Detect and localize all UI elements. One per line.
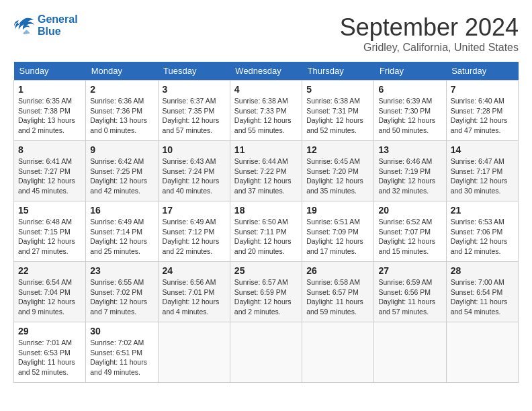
calendar-cell: 10Sunrise: 6:43 AMSunset: 7:24 PMDayligh… [158,141,230,201]
calendar-cell: 12Sunrise: 6:45 AMSunset: 7:20 PMDayligh… [302,141,374,201]
logo-text: General Blue [38,13,78,38]
day-info: Sunrise: 6:47 AMSunset: 7:17 PMDaylight:… [451,156,514,196]
day-info: Sunrise: 6:51 AMSunset: 7:09 PMDaylight:… [306,217,369,257]
calendar-cell [302,322,374,383]
day-number: 2 [90,84,153,95]
calendar-week-row: 29Sunrise: 7:01 AMSunset: 6:53 PMDayligh… [14,322,519,383]
calendar-cell [374,322,446,383]
calendar-cell [230,322,302,383]
day-number: 14 [451,144,514,155]
calendar-cell: 5Sunrise: 6:38 AMSunset: 7:31 PMDaylight… [302,81,374,141]
day-info: Sunrise: 6:56 AMSunset: 7:01 PMDaylight:… [163,277,226,317]
day-number: 25 [234,265,298,276]
day-number: 9 [90,144,153,155]
calendar-cell: 19Sunrise: 6:51 AMSunset: 7:09 PMDayligh… [302,201,374,262]
calendar-cell: 2Sunrise: 6:36 AMSunset: 7:36 PMDaylight… [86,81,158,141]
day-number: 20 [378,205,441,216]
calendar-cell: 14Sunrise: 6:47 AMSunset: 7:17 PMDayligh… [446,141,518,201]
day-info: Sunrise: 6:38 AMSunset: 7:33 PMDaylight:… [234,96,298,136]
day-info: Sunrise: 7:02 AMSunset: 6:51 PMDaylight:… [90,338,153,377]
calendar-cell: 3Sunrise: 6:37 AMSunset: 7:35 PMDaylight… [158,81,230,141]
weekday-header-wednesday: Wednesday [230,62,302,81]
calendar-cell: 11Sunrise: 6:44 AMSunset: 7:22 PMDayligh… [230,141,302,201]
day-info: Sunrise: 6:38 AMSunset: 7:31 PMDaylight:… [306,96,369,136]
day-number: 18 [234,205,298,216]
calendar-week-row: 8Sunrise: 6:41 AMSunset: 7:27 PMDaylight… [14,141,519,201]
day-info: Sunrise: 6:58 AMSunset: 6:57 PMDaylight:… [306,277,369,317]
day-info: Sunrise: 6:37 AMSunset: 7:35 PMDaylight:… [163,96,226,136]
day-number: 27 [378,265,441,276]
day-number: 30 [90,326,153,336]
day-info: Sunrise: 6:55 AMSunset: 7:02 PMDaylight:… [90,277,153,317]
calendar-cell: 22Sunrise: 6:54 AMSunset: 7:04 PMDayligh… [14,262,86,322]
calendar-week-row: 22Sunrise: 6:54 AMSunset: 7:04 PMDayligh… [14,262,519,322]
day-info: Sunrise: 6:49 AMSunset: 7:12 PMDaylight:… [163,217,226,257]
calendar-cell: 17Sunrise: 6:49 AMSunset: 7:12 PMDayligh… [158,201,230,262]
calendar-cell: 28Sunrise: 7:00 AMSunset: 6:54 PMDayligh… [446,262,518,322]
day-info: Sunrise: 6:45 AMSunset: 7:20 PMDaylight:… [306,156,369,196]
calendar-cell: 4Sunrise: 6:38 AMSunset: 7:33 PMDaylight… [230,81,302,141]
day-info: Sunrise: 6:46 AMSunset: 7:19 PMDaylight:… [378,156,441,196]
day-info: Sunrise: 6:50 AMSunset: 7:11 PMDaylight:… [234,217,298,257]
day-number: 12 [306,144,369,155]
subtitle: Gridley, California, United States [340,42,519,54]
weekday-header-monday: Monday [86,62,158,81]
calendar-cell: 30Sunrise: 7:02 AMSunset: 6:51 PMDayligh… [86,322,158,383]
day-info: Sunrise: 6:53 AMSunset: 7:06 PMDaylight:… [451,217,514,257]
day-info: Sunrise: 6:57 AMSunset: 6:59 PMDaylight:… [234,277,298,317]
weekday-header-tuesday: Tuesday [158,62,230,81]
day-info: Sunrise: 6:35 AMSunset: 7:38 PMDaylight:… [18,96,81,136]
calendar-cell: 13Sunrise: 6:46 AMSunset: 7:19 PMDayligh… [374,141,446,201]
calendar-cell: 23Sunrise: 6:55 AMSunset: 7:02 PMDayligh… [86,262,158,322]
calendar-cell: 27Sunrise: 6:59 AMSunset: 6:56 PMDayligh… [374,262,446,322]
day-info: Sunrise: 6:36 AMSunset: 7:36 PMDaylight:… [90,96,153,136]
weekday-header-saturday: Saturday [446,62,518,81]
day-info: Sunrise: 7:00 AMSunset: 6:54 PMDaylight:… [451,277,514,317]
weekday-header-sunday: Sunday [14,62,86,81]
day-number: 8 [18,144,81,155]
day-number: 17 [163,205,226,216]
day-info: Sunrise: 6:44 AMSunset: 7:22 PMDaylight:… [234,156,298,196]
day-number: 7 [451,84,514,95]
calendar-cell: 29Sunrise: 7:01 AMSunset: 6:53 PMDayligh… [14,322,86,383]
logo: General Blue [13,13,78,38]
weekday-header-friday: Friday [374,62,446,81]
day-number: 24 [163,265,226,276]
day-info: Sunrise: 6:40 AMSunset: 7:28 PMDaylight:… [451,96,514,136]
day-number: 21 [451,205,514,216]
day-info: Sunrise: 6:41 AMSunset: 7:27 PMDaylight:… [18,156,81,196]
calendar-cell: 18Sunrise: 6:50 AMSunset: 7:11 PMDayligh… [230,201,302,262]
day-number: 22 [18,265,81,276]
calendar-cell: 15Sunrise: 6:48 AMSunset: 7:15 PMDayligh… [14,201,86,262]
day-number: 6 [378,84,441,95]
calendar-cell: 20Sunrise: 6:52 AMSunset: 7:07 PMDayligh… [374,201,446,262]
day-number: 3 [163,84,226,95]
calendar-cell: 1Sunrise: 6:35 AMSunset: 7:38 PMDaylight… [14,81,86,141]
calendar-cell: 25Sunrise: 6:57 AMSunset: 6:59 PMDayligh… [230,262,302,322]
day-info: Sunrise: 6:59 AMSunset: 6:56 PMDaylight:… [378,277,441,317]
day-number: 13 [378,144,441,155]
calendar-cell: 24Sunrise: 6:56 AMSunset: 7:01 PMDayligh… [158,262,230,322]
calendar-cell: 26Sunrise: 6:58 AMSunset: 6:57 PMDayligh… [302,262,374,322]
main-title: September 2024 [340,13,519,42]
day-number: 29 [18,326,81,336]
day-info: Sunrise: 6:48 AMSunset: 7:15 PMDaylight:… [18,217,81,257]
day-info: Sunrise: 6:42 AMSunset: 7:25 PMDaylight:… [90,156,153,196]
logo-icon [13,16,35,35]
day-info: Sunrise: 6:49 AMSunset: 7:14 PMDaylight:… [90,217,153,257]
day-info: Sunrise: 7:01 AMSunset: 6:53 PMDaylight:… [18,338,81,377]
calendar-week-row: 15Sunrise: 6:48 AMSunset: 7:15 PMDayligh… [14,201,519,262]
day-info: Sunrise: 6:43 AMSunset: 7:24 PMDaylight:… [163,156,226,196]
day-number: 4 [234,84,298,95]
calendar-cell: 9Sunrise: 6:42 AMSunset: 7:25 PMDaylight… [86,141,158,201]
day-number: 16 [90,205,153,216]
calendar-cell [446,322,518,383]
weekday-header-row: SundayMondayTuesdayWednesdayThursdayFrid… [14,62,519,81]
weekday-header-thursday: Thursday [302,62,374,81]
calendar-cell: 16Sunrise: 6:49 AMSunset: 7:14 PMDayligh… [86,201,158,262]
day-number: 1 [18,84,81,95]
calendar-table: SundayMondayTuesdayWednesdayThursdayFrid… [13,62,519,383]
day-number: 11 [234,144,298,155]
page-header: General Blue September 2024 Gridley, Cal… [13,13,519,54]
day-number: 28 [451,265,514,276]
